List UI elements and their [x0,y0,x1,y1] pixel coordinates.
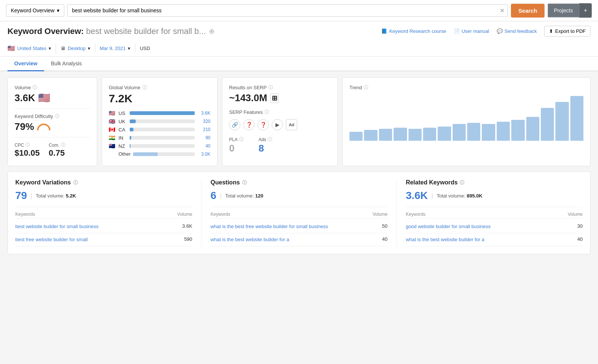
ads-info-icon[interactable]: ⓘ [268,136,272,143]
page-title-static: Keyword Overview: [7,27,84,36]
trend-bar [423,128,436,141]
trend-bar [467,123,480,141]
clear-icon[interactable]: ✕ [500,7,505,14]
bar-country-label: CA [118,127,127,133]
serp-features-info-icon[interactable]: ⓘ [265,109,269,115]
questions-col: Questions ⓘ 6 | Total volume: 120 Keywor… [210,179,397,246]
main-content: Volume ⓘ 3.6K 🇺🇸 Keyword Difficulty ⓘ 79… [0,71,598,260]
trend-bar [511,120,524,141]
title-left: Keyword Overview: best website builder f… [7,27,215,36]
tab-bulk-analysis[interactable]: Bulk Analysis [44,57,88,71]
kd-label: Keyword Difficulty ⓘ [15,113,90,119]
pla-info-icon[interactable]: ⓘ [239,136,244,143]
rk-separator: | [432,193,433,199]
keyword-overview-dropdown[interactable]: Keyword Overview ▾ [6,4,64,17]
rk-info-icon[interactable]: ⓘ [460,180,464,186]
cpc-com-row: CPC ⓘ $10.05 Com. ⓘ 0.75 [15,142,90,158]
title-row: Keyword Overview: best website builder f… [7,26,591,37]
bar-container [130,136,195,140]
trend-bar [409,129,422,141]
add-keyword-button[interactable]: ⊕ [209,27,215,35]
q-vol-1: 50 [382,223,387,229]
keyword-variations-col: Keyword Variations ⓘ 79 | Total volume: … [15,179,201,246]
related-keywords-col: Related Keywords ⓘ 3.6K | Total volume: … [406,179,583,246]
bar-fill [130,144,130,148]
title-right: 📘 Keyword Research course 📄 User manual … [381,26,591,37]
q-kw-link-1[interactable]: what is the best free website builder fo… [210,223,382,230]
keyword-variations-title: Keyword Variations ⓘ [15,179,192,186]
volume-info-icon[interactable]: ⓘ [33,84,37,91]
cpc-info-icon[interactable]: ⓘ [25,142,30,148]
ads-item: Ads ⓘ 8 [259,136,272,154]
rk-kw-link-2[interactable]: what is the best website builder for a [406,236,577,243]
kv-kw-link-1[interactable]: best website builder for small business [15,223,182,230]
rk-total-detail: Total volume: 895.0K [437,193,482,199]
device-filter[interactable]: 🖥 Desktop ▾ [56,44,95,53]
projects-add-button[interactable]: + [579,3,592,18]
serp-label: Results on SERP ⓘ [229,84,331,91]
trend-info-icon[interactable]: ⓘ [364,84,368,91]
search-input[interactable] [71,4,500,16]
date-label[interactable]: Mar 9, 2021 [100,46,126,51]
cards-row: Volume ⓘ 3.6K 🇺🇸 Keyword Difficulty ⓘ 79… [7,77,591,166]
table-row: what is the best website builder for a 4… [210,233,387,246]
kd-info-icon[interactable]: ⓘ [55,113,59,119]
serp-icons-row: 🔗 ❓ ❓ ▶ Ad [229,119,331,130]
kd-value: 79% [15,121,90,133]
volume-flag-icon: 🇺🇸 [38,92,50,104]
com-label: Com. ⓘ [49,142,65,148]
bar-flag-icon: 🇳🇿 [109,143,116,149]
q-info-icon[interactable]: ⓘ [242,180,247,186]
serp-info-icon[interactable]: ⓘ [268,84,273,91]
q-count-row: 6 | Total volume: 120 [210,190,387,202]
bar-flag-icon: 🇬🇧 [109,118,116,124]
country-filter[interactable]: 🇺🇸 United States ▾ [7,43,56,53]
serp-question-icon-1: ❓ [243,119,255,130]
filters-row: 🇺🇸 United States ▾ 🖥 Desktop ▾ Mar 9, 20… [7,40,591,56]
keyword-research-course-link[interactable]: 📘 Keyword Research course [381,28,446,34]
kv-separator: | [31,193,32,199]
send-feedback-link[interactable]: 💬 Send feedback [497,28,537,34]
ads-value: 8 [259,143,272,154]
global-volume-value: 7.2K [109,92,210,105]
trend-label: Trend ⓘ [349,84,583,91]
global-info-icon[interactable]: ⓘ [142,84,147,91]
q-total-detail: Total volume: 120 [225,193,263,199]
global-bar-row: 🇮🇳 IN 90 [109,135,210,141]
volume-label: Volume ⓘ [15,84,90,91]
cpc-item: CPC ⓘ $10.05 [15,142,40,158]
q-vol-2: 40 [382,236,387,242]
projects-button[interactable]: Projects [548,4,579,17]
com-info-icon[interactable]: ⓘ [61,142,65,148]
bottom-section: Keyword Variations ⓘ 79 | Total volume: … [7,171,591,254]
other-country-label: Other [118,151,131,157]
questions-title: Questions ⓘ [210,179,387,186]
rk-col-volume: Volume [568,212,583,217]
global-bar-row: 🇬🇧 UK 320 [109,118,210,124]
book-icon: 📘 [381,28,387,34]
table-row: best website builder for small business … [15,220,192,233]
q-separator: | [220,193,222,199]
device-label[interactable]: Desktop [68,46,86,51]
kv-info-icon[interactable]: ⓘ [73,180,78,186]
bar-container [130,111,195,115]
user-manual-link[interactable]: 📄 User manual [454,28,489,34]
q-col-keywords: Keywords [210,212,230,217]
user-manual-label: User manual [462,28,489,34]
export-pdf-button[interactable]: ⬆ Export to PDF [544,26,591,37]
volume-card: Volume ⓘ 3.6K 🇺🇸 Keyword Difficulty ⓘ 79… [7,77,97,166]
tab-overview[interactable]: Overview [7,57,44,71]
q-kw-link-2[interactable]: what is the best website builder for a [210,236,382,243]
date-filter[interactable]: Mar 9, 2021 ▾ [95,44,135,53]
trend-chart [349,92,583,141]
bar-country-label: UK [118,119,127,124]
rk-kw-link-1[interactable]: good website builder for small business [406,223,577,230]
pla-value: 0 [229,143,244,154]
search-button[interactable]: Search [511,4,545,18]
trend-bar [526,117,539,141]
country-label[interactable]: United States [17,46,46,51]
serp-link-icon: 🔗 [229,119,240,130]
kv-kw-link-2[interactable]: best free website builder for small [15,236,184,243]
kv-col-keywords: Keywords [15,212,35,217]
kv-vol-2: 590 [184,236,192,242]
